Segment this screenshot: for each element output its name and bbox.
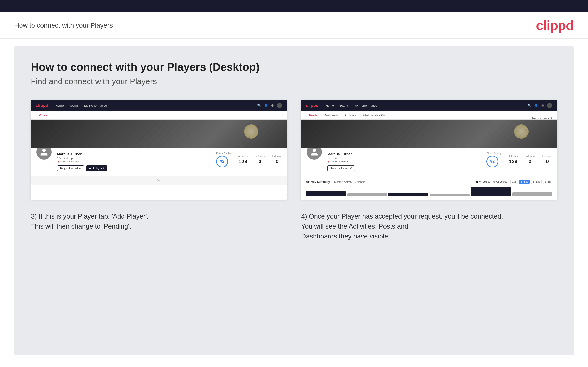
clippd-logo: clippd (536, 17, 574, 33)
footer: Copyright Clippd 2022 (0, 362, 588, 367)
remove-player-btn-wrapper: Remove Player ✕ (327, 165, 482, 171)
header: How to connect with your Players clippd (0, 12, 588, 39)
mock-banner-1 (31, 120, 287, 148)
avatar-icon-2 (310, 148, 319, 156)
mock-profile-section-1: Marcus Turner 1-5 Handicap 📍 United King… (31, 148, 287, 176)
bar-4 (430, 194, 470, 196)
activities-label-1: Activities (238, 155, 248, 158)
mock-logo-2: clippd (306, 103, 319, 108)
settings-icon-1[interactable]: ⚙ (271, 104, 274, 107)
mock-nav-icons-2: 🔍 👤 ⚙ (527, 103, 552, 108)
on-course-label: On course (479, 181, 490, 183)
on-course-legend: On course (476, 181, 490, 183)
scissor-icon: ✂ (157, 178, 161, 184)
mock-nav-home-1[interactable]: Home (55, 104, 64, 107)
search-icon-2[interactable]: 🔍 (527, 104, 531, 107)
tab-dashboard-2[interactable]: Dashboard (321, 112, 341, 119)
mock-tabs-1: Profile (31, 111, 287, 120)
caption-3-text: 3) If this is your Player tap, 'Add Play… (31, 213, 149, 230)
mock-nav-performance-2[interactable]: My Performance (355, 104, 377, 107)
off-course-label: Off course (496, 181, 507, 183)
mock-profile-section-2: Marcus Turner 1-5 Handicap 📍 United King… (301, 148, 557, 176)
activity-summary: Activity Summary Monthly Activity · 6 Mo… (301, 176, 557, 200)
player-name-2: Marcus Turner (327, 152, 482, 156)
remove-player-button[interactable]: Remove Player ✕ (327, 165, 355, 171)
search-icon-1[interactable]: 🔍 (257, 104, 261, 107)
mock-stats-2: Player Quality 92 Activities 129 Followe… (486, 152, 552, 167)
main-content: How to connect with your Players (Deskto… (14, 46, 574, 355)
mock-tabs-2: Profile Dashboard Activities What To Wor… (301, 111, 557, 120)
mock-nav-items-2: Home Teams My Performance (326, 104, 527, 107)
globe-icon-2[interactable] (547, 103, 552, 108)
location-2: 📍 United Kingdom (327, 160, 482, 163)
main-heading: How to connect with your Players (Deskto… (31, 61, 557, 73)
avatar-icon-1 (40, 148, 48, 156)
mock-nav-1: clippd Home Teams My Performance 🔍 👤 ⚙ (31, 100, 287, 111)
request-follow-button[interactable]: Request to Follow (57, 165, 84, 171)
player-quality-stat-2: Player Quality 92 (486, 152, 501, 167)
tab-activities-2[interactable]: Activities (341, 112, 359, 119)
scissor-area: ✂ (31, 176, 287, 185)
activities-label-2: Activities (509, 155, 518, 158)
bar-1 (306, 192, 346, 196)
add-player-button[interactable]: Add Player + (86, 165, 107, 171)
player-dropdown[interactable]: Marcus Turner ▾ (532, 117, 552, 119)
activity-chart (306, 187, 552, 196)
followers-stat-2: Followers 0 (525, 155, 535, 165)
tab-profile-1[interactable]: Profile (36, 112, 51, 119)
user-icon-2[interactable]: 👤 (534, 104, 538, 107)
mock-profile-info-1: Marcus Turner 1-5 Handicap 📍 United King… (57, 152, 211, 171)
player-quality-label-1: Player Quality (216, 152, 231, 155)
following-stat-1: Following 0 (272, 155, 282, 165)
mock-logo-1: clippd (36, 103, 48, 108)
followers-stat-1: Followers 0 (255, 155, 265, 165)
mock-banner-2 (301, 120, 557, 148)
globe-icon-1[interactable] (277, 103, 282, 108)
activities-value-2: 129 (509, 158, 518, 165)
bar-5 (471, 187, 511, 196)
filter-1mth[interactable]: 1 mth (543, 180, 552, 184)
activity-summary-subtitle: Monthly Activity · 6 Months (334, 181, 365, 184)
following-value-1: 0 (272, 158, 282, 165)
caption-4-text: 4) Once your Player has accepted your re… (301, 213, 503, 240)
location-1: 📍 United Kingdom (57, 160, 211, 163)
handicap-1: 1-5 Handicap (57, 157, 211, 160)
mock-nav-home-2[interactable]: Home (326, 104, 334, 107)
settings-icon-2[interactable]: ⚙ (541, 104, 544, 107)
user-icon-1[interactable]: 👤 (264, 104, 268, 107)
following-label-1: Following (272, 155, 282, 158)
filter-1yr[interactable]: 1 yr (510, 180, 518, 184)
filter-3mths[interactable]: 3 mths (531, 180, 542, 184)
activity-summary-left: Activity Summary Monthly Activity · 6 Mo… (306, 180, 365, 184)
screenshot-2: clippd Home Teams My Performance 🔍 👤 ⚙ P… (301, 100, 557, 200)
mock-nav-icons-1: 🔍 👤 ⚙ (257, 103, 282, 108)
followers-value-1: 0 (255, 158, 265, 165)
main-subheading: Find and connect with your Players (31, 77, 557, 86)
page-title: How to connect with your Players (14, 22, 113, 29)
player-dropdown-label: Marcus Turner (532, 117, 549, 119)
following-label-2: Following (542, 155, 552, 158)
on-course-dot (476, 181, 478, 183)
bar-6 (512, 192, 552, 196)
activities-stat-1: Activities 129 (238, 155, 248, 165)
caption-3: 3) If this is your Player tap, 'Add Play… (31, 211, 287, 241)
player-name-1: Marcus Turner (57, 152, 211, 156)
tab-what-to-work-on-2[interactable]: What To Work On (359, 112, 388, 119)
mock-nav-teams-2[interactable]: Teams (340, 104, 349, 107)
activity-summary-title: Activity Summary (306, 180, 330, 184)
tab-profile-2[interactable]: Profile (306, 112, 321, 119)
header-divider (14, 39, 574, 39)
screenshot-1: clippd Home Teams My Performance 🔍 👤 ⚙ P… (31, 100, 287, 200)
chevron-down-icon: ▾ (551, 117, 552, 119)
activity-summary-filters: On course Off course 1 yr 6 mths 3 mths … (476, 180, 552, 184)
followers-label-1: Followers (255, 155, 265, 158)
activities-stat-2: Activities 129 (509, 155, 518, 165)
filter-6mths[interactable]: 6 mths (519, 180, 530, 184)
mock-nav-teams-1[interactable]: Teams (69, 104, 78, 107)
mock-nav-performance-1[interactable]: My Performance (84, 104, 107, 107)
activity-summary-header: Activity Summary Monthly Activity · 6 Mo… (306, 180, 552, 184)
following-value-2: 0 (542, 158, 552, 165)
player-quality-label-2: Player Quality (486, 152, 501, 155)
mock-buttons-1: Request to Follow Add Player + (57, 165, 211, 171)
player-quality-stat-1: Player Quality 92 (216, 152, 231, 167)
